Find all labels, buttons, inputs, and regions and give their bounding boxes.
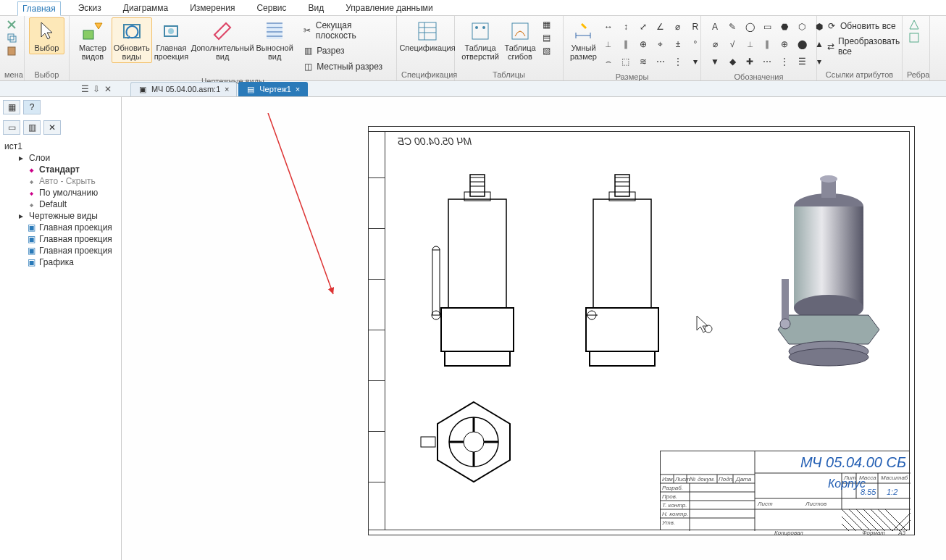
bom-button[interactable]: Спецификация — [401, 17, 453, 54]
detail-view-button[interactable]: Выносной вид — [254, 17, 295, 63]
menu-tab-service[interactable]: Сервис — [252, 1, 290, 14]
side-btn3-icon[interactable]: ✕ — [43, 120, 61, 135]
drawing-view-side[interactable] — [572, 170, 673, 373]
close-icon[interactable]: × — [294, 85, 301, 93]
dim-tool-icon[interactable]: ⌖ — [653, 36, 669, 52]
annot-tool-icon[interactable]: ✚ — [742, 54, 758, 70]
annot-tool-icon[interactable]: ⋯ — [759, 54, 775, 70]
annot-tool-icon[interactable]: ✎ — [724, 19, 740, 35]
annot-tool-icon[interactable]: ⬡ — [794, 19, 810, 35]
update-views-button[interactable]: Обновить виды — [112, 17, 152, 63]
tree-layer-item[interactable]: ⬥Default — [1, 198, 120, 210]
local-section-button[interactable]: ◫Местный разрез — [299, 59, 390, 74]
menu-tab-main[interactable]: Главная — [17, 1, 61, 16]
bend-table-button[interactable]: Таблица сгибов — [501, 17, 539, 63]
side-tab2-icon[interactable]: ? — [23, 100, 41, 114]
dim-tool-icon[interactable]: ⟂ — [600, 36, 616, 52]
bendtable-icon — [508, 20, 532, 43]
table-extra3-icon[interactable]: ▧ — [540, 45, 552, 57]
menu-tab-measure[interactable]: Измерения — [185, 1, 239, 14]
annot-tool-icon[interactable]: ◯ — [742, 19, 758, 35]
dim-tool-icon[interactable]: ± — [670, 36, 686, 52]
update-all-button[interactable]: ⟳Обновить все — [823, 19, 905, 33]
side-btn2-icon[interactable]: ▥ — [23, 120, 41, 135]
annot-tool-icon[interactable]: A — [707, 19, 723, 35]
dim-tool-icon[interactable]: ⤢ — [635, 19, 651, 35]
annot-tool-icon[interactable]: ∥ — [759, 36, 775, 52]
annot-tool-icon[interactable]: ▼ — [707, 54, 723, 70]
pin-icon[interactable]: ⇩ — [91, 84, 101, 94]
tree-views-label: Чертежные виды — [29, 211, 98, 221]
annot-tool-icon[interactable]: ⟂ — [742, 36, 758, 52]
view-wizard-button[interactable]: Мастер видов — [74, 17, 112, 63]
table-extra2-icon[interactable]: ▤ — [540, 32, 552, 43]
copy-icon[interactable] — [6, 32, 17, 43]
tree-view-item[interactable]: ▣Главная проекция — [1, 233, 120, 245]
tree-root[interactable]: ист1 — [1, 141, 120, 152]
ribbon-group-spec-label: Спецификация — [401, 69, 450, 80]
doc-tab-asm[interactable]: ▣ МЧ 05.04.00.asm:1 × — [130, 82, 237, 96]
annot-tool-icon[interactable]: ⊕ — [777, 36, 792, 52]
drawing-canvas[interactable]: ☰ Направленная рамка▾ ▤ ▦ ⚡ ▭ ▭ ⬅ ➡ ✔ ✖ … — [122, 97, 946, 560]
table-extra1-icon[interactable]: ▦ — [540, 19, 552, 30]
autohide-icon[interactable]: ☰ — [80, 84, 90, 94]
dim-tool-icon[interactable]: ⋮ — [670, 54, 686, 70]
menu-tab-sketch[interactable]: Эскиз — [74, 1, 106, 14]
dim-tool-icon[interactable]: ⌀ — [670, 19, 686, 35]
side-btn1-icon[interactable]: ▭ — [3, 120, 20, 135]
drawing-view-iso[interactable] — [760, 170, 890, 373]
cut-icon[interactable] — [6, 19, 17, 30]
aux-view-button[interactable]: Дополнительный вид — [191, 17, 254, 63]
tree-view-item[interactable]: ▣Главная проекция — [1, 245, 120, 256]
svg-point-6 — [168, 28, 174, 34]
convert-all-button[interactable]: ⇄Преобразовать все — [823, 35, 905, 58]
tree-layers[interactable]: ▸Слои — [1, 152, 120, 164]
dim-tool-icon[interactable]: ⋯ — [653, 54, 669, 70]
smart-dim-button[interactable]: Умный размер — [568, 17, 599, 63]
edge-icon[interactable] — [908, 19, 920, 30]
dim-tool-icon[interactable]: ↔ — [600, 19, 616, 35]
tree-views[interactable]: ▸Чертежные виды — [1, 210, 120, 222]
close-icon[interactable]: × — [223, 85, 230, 93]
annot-tool-icon[interactable]: ⌀ — [707, 36, 723, 52]
side-tab1-icon[interactable]: ▦ — [3, 100, 20, 114]
edge2-icon[interactable] — [908, 32, 920, 43]
tree-view-item[interactable]: ▣Графика — [1, 256, 120, 268]
dim-tool-icon[interactable]: ⊕ — [635, 36, 651, 52]
close-panel-icon[interactable]: ✕ — [103, 84, 113, 94]
select-button[interactable]: Выбор — [29, 17, 64, 54]
annot-tool-icon[interactable]: √ — [724, 36, 740, 52]
bom-label: Спецификация — [399, 43, 455, 52]
tb-scale-val: 1:2 — [887, 488, 897, 496]
annot-tool-icon[interactable]: ☰ — [794, 54, 810, 70]
dim-tool-icon[interactable]: ⌢ — [600, 54, 616, 70]
dim-tool-icon[interactable]: ↕ — [618, 19, 634, 35]
tb-format-val: A3 — [898, 530, 905, 536]
menu-tab-diagram[interactable]: Диаграмма — [119, 1, 172, 14]
section-button[interactable]: ▥Разрез — [299, 43, 390, 58]
dim-tool-icon[interactable]: ∠ — [653, 19, 669, 35]
tree-layer-item[interactable]: ⬥По умолчанию — [1, 187, 120, 198]
menu-tab-view[interactable]: Вид — [304, 1, 329, 14]
cutting-plane-button[interactable]: ✂Секущая плоскость — [299, 19, 390, 42]
annot-tool-icon[interactable]: ▭ — [759, 19, 775, 35]
dim-tool-icon[interactable]: ⬚ — [618, 54, 634, 70]
tree-layer-item[interactable]: ⬥Авто - Скрыть — [1, 175, 120, 187]
paste-icon[interactable] — [6, 45, 17, 57]
menu-tab-data[interactable]: Управление данными — [341, 1, 438, 14]
principal-view-button[interactable]: Главная проекция — [152, 17, 191, 63]
tree-view-item[interactable]: ▣Главная проекция — [1, 222, 120, 233]
annot-tool-icon[interactable]: ⋮ — [777, 54, 792, 70]
annot-tool-icon[interactable]: ⬣ — [777, 19, 792, 35]
drawing-view-top[interactable] — [419, 395, 528, 489]
annot-tool-icon[interactable]: ◆ — [724, 54, 740, 70]
dim-tool-icon[interactable]: ∥ — [618, 36, 634, 52]
doc-tab-draft[interactable]: ▤ Чертеж1 × — [238, 82, 308, 96]
drawing-view-front[interactable] — [419, 170, 535, 373]
tree-layer-item[interactable]: ⬥Стандарт — [1, 164, 120, 175]
hole-table-button[interactable]: Таблица отверстий — [459, 17, 501, 63]
svg-point-55 — [789, 348, 868, 366]
annot-tool-icon[interactable]: ⬤ — [794, 36, 810, 52]
dim-tool-icon[interactable]: ≋ — [635, 54, 651, 70]
tb-scale: Масштаб — [881, 475, 908, 481]
